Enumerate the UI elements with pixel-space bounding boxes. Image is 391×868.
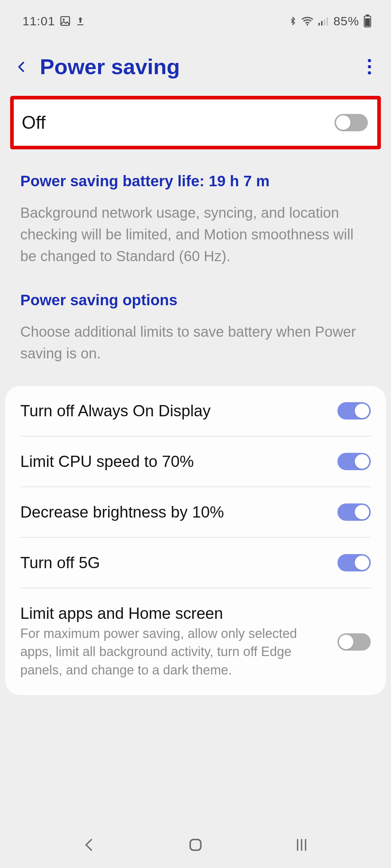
option-sublabel: For maximum power saving, allow only sel… xyxy=(20,622,329,679)
system-nav-bar xyxy=(0,825,391,868)
svg-rect-10 xyxy=(190,839,201,850)
status-battery-percent: 85% xyxy=(333,14,359,28)
battery-life-section: Power saving battery life: 19 h 7 m Back… xyxy=(0,159,391,278)
nav-recents-button[interactable] xyxy=(287,834,316,856)
option-label: Turn off Always On Display xyxy=(20,402,329,420)
svg-rect-4 xyxy=(321,21,323,26)
power-saving-toggle[interactable] xyxy=(335,114,368,131)
svg-rect-0 xyxy=(61,17,70,25)
battery-life-heading[interactable]: Power saving battery life: 19 h 7 m xyxy=(20,159,371,196)
power-saving-master-toggle-row[interactable]: Off xyxy=(10,96,381,149)
option-label: Decrease brightness by 10% xyxy=(20,503,329,521)
bluetooth-icon xyxy=(289,15,297,27)
nav-home-button[interactable] xyxy=(181,834,210,856)
option-limit-cpu[interactable]: Limit CPU speed to 70% xyxy=(20,437,371,487)
svg-point-1 xyxy=(63,18,64,20)
svg-rect-3 xyxy=(318,23,320,26)
nav-back-button[interactable] xyxy=(75,834,104,856)
option-limit-apps-home[interactable]: Limit apps and Home screen For maximum p… xyxy=(20,588,371,695)
page-title: Power saving xyxy=(40,54,351,79)
more-options-button[interactable] xyxy=(358,56,380,78)
option-label: Turn off 5G xyxy=(20,554,329,572)
wifi-icon xyxy=(301,16,314,26)
back-button[interactable] xyxy=(11,56,33,78)
option-toggle-limit-cpu[interactable] xyxy=(337,453,371,470)
power-saving-options-list: Turn off Always On Display Limit CPU spe… xyxy=(5,386,386,695)
signal-icon xyxy=(318,16,328,26)
options-intro-section: Power saving options Choose additional l… xyxy=(0,278,391,376)
status-time: 11:01 xyxy=(22,14,55,28)
battery-life-description: Background network usage, syncing, and l… xyxy=(20,196,371,278)
options-heading[interactable]: Power saving options xyxy=(20,278,371,315)
option-label: Limit apps and Home screen xyxy=(20,604,329,622)
upload-icon xyxy=(75,15,85,27)
option-label: Limit CPU speed to 70% xyxy=(20,452,329,471)
svg-rect-6 xyxy=(327,17,328,26)
svg-rect-5 xyxy=(324,19,325,26)
option-toggle-decrease-brightness[interactable] xyxy=(337,503,371,521)
option-toggle-turn-off-5g[interactable] xyxy=(337,554,371,571)
status-bar: 11:01 85% xyxy=(0,0,391,33)
option-decrease-brightness[interactable]: Decrease brightness by 10% xyxy=(20,487,371,538)
svg-rect-9 xyxy=(365,18,370,26)
screen-header: Power saving xyxy=(0,33,391,94)
option-toggle-limit-apps-home[interactable] xyxy=(337,633,371,651)
option-turn-off-5g[interactable]: Turn off 5G xyxy=(20,538,371,588)
image-icon xyxy=(59,15,71,27)
svg-point-2 xyxy=(307,24,308,26)
battery-icon xyxy=(363,14,372,27)
option-always-on-display[interactable]: Turn off Always On Display xyxy=(20,386,371,437)
options-description: Choose additional limits to save battery… xyxy=(20,315,371,376)
option-toggle-always-on-display[interactable] xyxy=(337,402,371,420)
power-saving-state-label: Off xyxy=(22,112,46,133)
